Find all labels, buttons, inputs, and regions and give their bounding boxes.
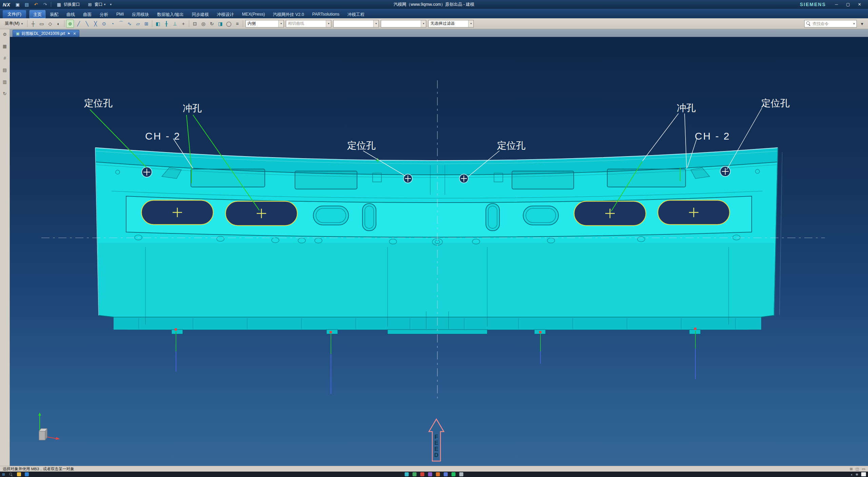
window-menu-label: 窗口 — [95, 2, 103, 7]
scope-combo-1[interactable]: ▾ — [333, 20, 379, 27]
customize-quick-access-caret[interactable]: ▾ — [110, 3, 112, 6]
select-icon[interactable]: ┼ — [29, 20, 37, 28]
snap-tangent-icon[interactable]: ⌒ — [117, 20, 125, 28]
document-tab-active[interactable]: ▣ 前围板DL_20241009.prt ⚑ ✕ — [13, 30, 79, 37]
locating-hole-1[interactable] — [142, 167, 152, 177]
label-locating-hole-1: 定位孔 — [84, 98, 113, 108]
snap-quadrant-icon[interactable]: ◔ — [108, 20, 116, 28]
taskbar-app-icon[interactable] — [413, 472, 417, 476]
tab-curve[interactable]: 曲线 — [63, 10, 79, 18]
history-icon[interactable]: ↻ — [3, 91, 7, 96]
taskbar-app-icon[interactable] — [428, 472, 432, 476]
network-icon[interactable]: ◉ — [855, 472, 858, 477]
tab-pmi[interactable]: PMI — [113, 10, 127, 18]
start-button-icon[interactable]: ⊞ — [2, 472, 5, 477]
monitor-icon[interactable]: ▭ — [862, 467, 865, 471]
point-icon[interactable]: + — [179, 20, 187, 28]
shaded-view-icon[interactable]: ◨ — [216, 20, 224, 28]
tab-data-io[interactable]: 数据输入/输出 — [153, 10, 187, 18]
zoom-icon[interactable]: ◎ — [199, 20, 207, 28]
snap-on-curve-icon[interactable]: ∿ — [125, 20, 133, 28]
new-window-icon[interactable]: ▣ — [14, 2, 21, 7]
datum-axis-icon[interactable]: ╂ — [162, 20, 170, 28]
graphics-viewport[interactable]: 定位孔 冲孔 CH - 2 定位孔 定位孔 冲孔 CH - 2 定位孔 F E — [10, 37, 868, 466]
csys-icon[interactable]: ⊥ — [171, 20, 179, 28]
wcs-triad — [38, 412, 60, 440]
side-select-combo[interactable]: 内侧 ▾ — [245, 20, 284, 27]
lasso-select-icon[interactable]: ◇ — [46, 20, 54, 28]
redo-icon[interactable]: ↷ — [42, 2, 48, 7]
tangent-curve-combo[interactable]: 相切曲线 ▾ — [286, 20, 331, 27]
feed-letter-f: F — [435, 434, 438, 440]
browser-icon[interactable] — [25, 472, 29, 476]
tab-qimowang-addin[interactable]: 汽模网外挂 V2.0 — [269, 10, 308, 18]
snap-endpoint-icon[interactable]: ╱ — [75, 20, 82, 28]
tab-die-engineering[interactable]: 冲模工程 — [344, 10, 368, 18]
snap-toggle-icon[interactable]: ⊕ — [66, 20, 74, 28]
file-menu-button[interactable]: 文件(F) — [3, 10, 26, 18]
tab-home[interactable]: 主页 — [29, 10, 45, 18]
gear-icon[interactable]: ⚙ — [3, 32, 7, 37]
part-navigator-icon[interactable]: ▤ — [3, 67, 7, 72]
close-tab-icon[interactable]: ✕ — [73, 32, 76, 36]
feed-letter-d: D — [434, 452, 438, 458]
minimize-button[interactable]: ─ — [831, 1, 842, 8]
wireframe-view-icon[interactable]: ◯ — [225, 20, 233, 28]
datum-plane-icon[interactable]: ◧ — [154, 20, 162, 28]
snap-midpoint-icon[interactable]: ╲ — [83, 20, 91, 28]
tab-analysis[interactable]: 分析 — [96, 10, 112, 18]
tab-application[interactable]: 应用模块 — [128, 10, 153, 18]
grid-icon[interactable]: ⊞ — [850, 467, 853, 471]
taskbar-app-icon[interactable] — [420, 472, 425, 476]
part-file-icon: ▣ — [16, 32, 19, 36]
command-search-box[interactable]: ▾ — [804, 20, 857, 27]
assembly-navigator-icon[interactable]: ▦ — [3, 44, 7, 49]
snap-on-face-icon[interactable]: ▱ — [134, 20, 142, 28]
taskbar-app-icon[interactable] — [459, 472, 463, 476]
taskbar-app-icon[interactable] — [444, 472, 448, 476]
constraint-navigator-icon[interactable]: # — [3, 56, 6, 61]
tab-assemblies[interactable]: 装配 — [46, 10, 62, 18]
rect-select-icon[interactable]: ▭ — [38, 20, 45, 28]
layer-settings-icon[interactable]: ≡ — [233, 20, 241, 28]
menu-button[interactable]: 菜单(M) ▾ — [2, 20, 25, 27]
ribbon-options-caret[interactable]: ▾ — [858, 20, 866, 28]
taskbar-app-icon[interactable] — [452, 472, 456, 476]
rotate-view-icon[interactable]: ↻ — [208, 20, 216, 28]
tab-surface[interactable]: 曲面 — [79, 10, 95, 18]
fit-view-icon[interactable]: ⊡ — [191, 20, 199, 28]
feed-letter-e2: E — [434, 446, 438, 452]
locating-hole-3[interactable] — [459, 174, 468, 183]
save-icon[interactable]: ▤ — [23, 2, 30, 7]
part-model[interactable] — [95, 148, 782, 334]
taskbar-search-icon[interactable] — [9, 473, 13, 476]
pin-icon[interactable]: ⚑ — [67, 32, 70, 36]
scope-combo-2[interactable]: ▾ — [381, 20, 426, 27]
tab-mex-press[interactable]: MEX(Press) — [238, 10, 269, 18]
reuse-library-icon[interactable]: ▥ — [3, 79, 7, 84]
switch-window-button[interactable]: ▦ 切换窗口 — [54, 1, 82, 8]
undo-icon[interactable]: ↶ — [33, 2, 39, 7]
taskbar-app-icon[interactable] — [405, 472, 409, 476]
switch-window-icon: ▦ — [56, 2, 62, 7]
tab-die-design[interactable]: 冲模设计 — [213, 10, 238, 18]
snap-intersection-icon[interactable]: ╳ — [92, 20, 99, 28]
chevron-down-icon: ▾ — [21, 22, 23, 25]
tray-expand-icon[interactable]: ▴ — [851, 472, 853, 477]
tab-partsolutions[interactable]: PARTsolutions — [309, 10, 343, 18]
tab-synchronous[interactable]: 同步建模 — [188, 10, 213, 18]
ime-indicator[interactable] — [861, 472, 866, 476]
locating-hole-4[interactable] — [720, 166, 730, 177]
selection-filter-combo[interactable]: 无选择过滤器 ▾ — [428, 20, 474, 27]
command-search-input[interactable] — [812, 21, 851, 26]
highlight-icon[interactable]: ◐ — [55, 20, 62, 28]
maximize-button[interactable]: ▢ — [842, 1, 854, 8]
snap-grid-icon[interactable]: ⊞ — [142, 20, 150, 28]
snap-arc-center-icon[interactable]: ⊙ — [100, 20, 108, 28]
model-canvas[interactable]: 定位孔 冲孔 CH - 2 定位孔 定位孔 冲孔 CH - 2 定位孔 F E — [10, 37, 868, 466]
close-button[interactable]: ✕ — [854, 1, 865, 8]
taskbar-app-icon[interactable] — [436, 472, 440, 476]
window-menu-button[interactable]: ⊞ 窗口 ▾ — [84, 1, 108, 8]
file-explorer-icon[interactable] — [17, 472, 21, 476]
layout-icon[interactable]: ◫ — [855, 467, 859, 471]
